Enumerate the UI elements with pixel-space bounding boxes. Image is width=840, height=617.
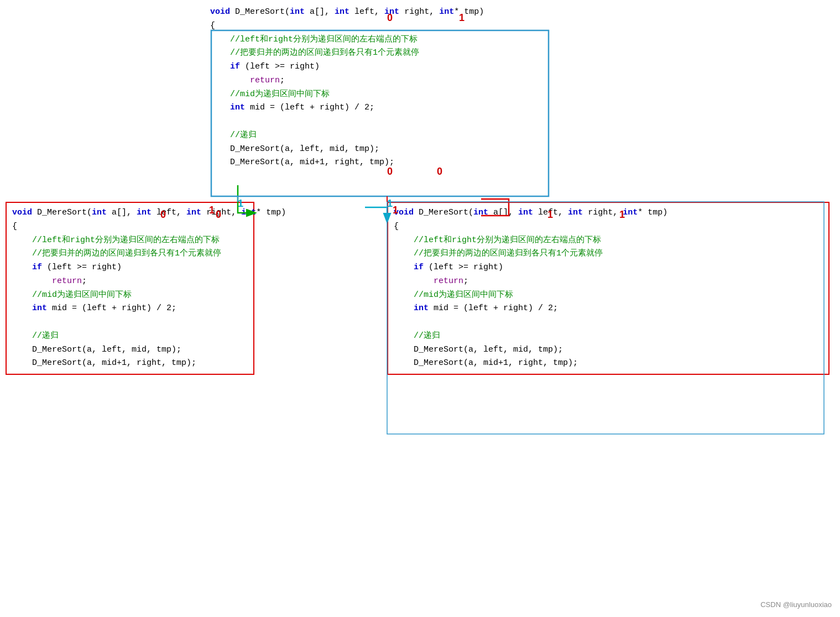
left-line-11: D_MereSort(a, left, mid, tmp);: [12, 343, 248, 357]
right-line-1: void D_MereSort(int a[], int left, int r…: [394, 206, 823, 220]
main-container: void D_MereSort(int a[], int left, int r…: [0, 0, 840, 617]
label-1-right2: 1: [619, 209, 625, 221]
label-0-left1: 0: [160, 209, 166, 221]
left-line-5: if (left >= right): [12, 261, 248, 275]
left-line-12: D_MereSort(a, mid+1, right, tmp);: [12, 357, 248, 370]
right-line-12: D_MereSort(a, mid+1, right, tmp);: [394, 357, 823, 370]
code-line-4: //把要归并的两边的区间递归到各只有1个元素就停: [210, 46, 597, 60]
code-line-10: //递归: [210, 129, 597, 143]
left-line-6: return;: [12, 275, 248, 289]
watermark: CSDN @liuyunluoxiao: [760, 600, 832, 609]
right-line-2: {: [394, 220, 823, 234]
code-line-1: void D_MereSort(int a[], int left, int r…: [210, 6, 597, 19]
label-1-right1: 1: [547, 209, 553, 221]
code-line-12: D_MereSort(a, mid+1, right, tmp);: [210, 156, 597, 170]
label-1-left: 1: [209, 205, 215, 216]
label-0-main: 0: [387, 12, 393, 24]
left-line-3: //left和right分别为递归区间的左右端点的下标: [12, 234, 248, 248]
right-line-5: if (left >= right): [394, 261, 823, 275]
label-1-right-border: 1: [393, 205, 398, 216]
right-line-8: int mid = (left + right) / 2;: [394, 302, 823, 316]
left-line-2: {: [12, 220, 248, 234]
right-line-6: return;: [394, 275, 823, 289]
code-line-3: //left和right分别为递归区间的左右端点的下标: [210, 33, 597, 47]
label-0-left2: 0: [216, 209, 221, 221]
right-line-3: //left和right分别为递归区间的左右端点的下标: [394, 234, 823, 248]
right-line-7: //mid为递归区间中间下标: [394, 289, 823, 302]
code-line-11: D_MereSort(a, left, mid, tmp);: [210, 143, 597, 156]
code-line-5: if (left >= right): [210, 60, 597, 74]
code-line-7: //mid为递归区间中间下标: [210, 88, 597, 102]
code-line-8: int mid = (left + right) / 2;: [210, 101, 597, 115]
label-cyan-2: 1: [387, 198, 393, 210]
right-line-10: //递归: [394, 330, 823, 343]
right-recursive-block: void D_MereSort(int a[], int left, int r…: [387, 202, 829, 375]
label-cyan-1: 1: [238, 198, 243, 210]
code-line-6: return;: [210, 74, 597, 88]
left-line-10: //递归: [12, 330, 248, 343]
code-line-9: [210, 115, 597, 129]
label-0-recur2: 0: [437, 166, 442, 177]
left-line-4: //把要归并的两边的区间递归到各只有1个元素就停: [12, 247, 248, 261]
right-line-11: D_MereSort(a, left, mid, tmp);: [394, 343, 823, 357]
label-0-recur1: 0: [387, 166, 393, 177]
label-1-main: 1: [459, 12, 465, 24]
right-line-9: [394, 316, 823, 330]
right-line-4: //把要归并的两边的区间递归到各只有1个元素就停: [394, 247, 823, 261]
left-recursive-block: void D_MereSort(int a[], int left, int r…: [6, 202, 254, 375]
main-code-block: void D_MereSort(int a[], int left, int r…: [210, 6, 597, 170]
left-line-9: [12, 316, 248, 330]
left-line-7: //mid为递归区间中间下标: [12, 289, 248, 302]
left-line-8: int mid = (left + right) / 2;: [12, 302, 248, 316]
code-line-2: {: [210, 19, 597, 33]
